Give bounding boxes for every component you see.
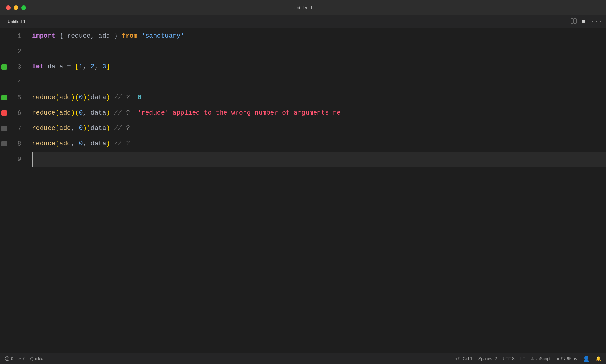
line-number-9: 9 — [8, 152, 21, 167]
string-sanctuary: 'sanctuary' — [141, 28, 184, 44]
more-actions-icon[interactable]: ··· — [590, 18, 603, 25]
indicator-6 — [0, 105, 8, 121]
close-button[interactable] — [6, 5, 11, 10]
line-number-7: 7 — [8, 121, 21, 136]
code-line-7: reduce ( add , 0 ) ( data ) // ? — [32, 121, 606, 136]
indicator-1 — [0, 28, 8, 44]
tab-bar: Untitled-1 ··· — [0, 15, 606, 28]
code-line-2 — [32, 44, 606, 59]
quokka-label: Quokka — [30, 356, 45, 361]
error-circle-icon: ✕ — [5, 356, 9, 361]
editor-container: Untitled-1 ··· — [0, 15, 606, 353]
line-numbers: 1 2 3 4 5 6 7 8 9 — [8, 28, 26, 353]
error-message-6: 'reduce' applied to the wrong number of … — [137, 105, 341, 121]
line-number-6: 6 — [8, 105, 21, 121]
svg-rect-0 — [571, 19, 573, 23]
code-line-6: reduce ( add ) ( 0 , data ) // ? 'reduce… — [32, 105, 606, 121]
warning-count: 0 — [23, 356, 26, 361]
maximize-button[interactable] — [21, 5, 26, 10]
bell-icon[interactable]: 🔔 — [595, 356, 601, 361]
line-number-8: 8 — [8, 136, 21, 152]
window-title: Untitled-1 — [294, 5, 312, 10]
svg-rect-1 — [574, 19, 576, 23]
account-icon[interactable]: 👤 — [583, 355, 589, 362]
code-line-5: reduce ( add ) ( 0 ) ( data ) // ? 6 — [32, 90, 606, 105]
line-number-3: 3 — [8, 59, 21, 75]
quokka-status[interactable]: Quokka — [30, 356, 45, 361]
performance-label: ⨯ 97.95ms — [556, 356, 577, 361]
indicator-7 — [0, 121, 8, 136]
split-editor-icon[interactable] — [571, 18, 577, 25]
line-number-1: 1 — [8, 28, 21, 44]
status-bar: ✕ 0 ⚠ 0 Quokka Ln 9, Col 1 Spaces: 2 UTF… — [0, 353, 606, 364]
line-number-5: 5 — [8, 90, 21, 105]
keyword-from: from — [122, 28, 138, 44]
error-count: 0 — [11, 356, 13, 361]
minimize-button[interactable] — [14, 5, 18, 10]
tab-actions: ··· — [571, 18, 603, 25]
status-right: Ln 9, Col 1 Spaces: 2 UTF-8 LF JavaScrip… — [452, 355, 601, 362]
encoding-setting[interactable]: UTF-8 — [503, 356, 515, 361]
code-line-4 — [32, 75, 606, 90]
indicator-9 — [0, 152, 8, 167]
warning-icon: ⚠ — [18, 356, 22, 361]
cursor-position[interactable]: Ln 9, Col 1 — [452, 356, 473, 361]
svg-point-2 — [582, 20, 585, 23]
line-ending-setting[interactable]: LF — [520, 356, 525, 361]
title-bar: Untitled-1 — [0, 0, 606, 15]
code-line-3: let data = [ 1 , 2 , 3 ] — [32, 59, 606, 75]
indicator-2 — [0, 44, 8, 59]
keyword-let: let — [32, 59, 44, 75]
line-indicators — [0, 28, 8, 353]
unsaved-indicator-icon — [581, 19, 586, 25]
code-line-8: reduce ( add , 0 , data ) // ? — [32, 136, 606, 152]
spaces-setting[interactable]: Spaces: 2 — [478, 356, 497, 361]
line-number-4: 4 — [8, 75, 21, 90]
status-left: ✕ 0 ⚠ 0 Quokka — [5, 356, 45, 361]
traffic-lights — [6, 5, 26, 10]
editor-area: 1 2 3 4 5 6 7 8 9 import { reduce , add … — [0, 28, 606, 353]
result-6: 6 — [137, 90, 141, 105]
code-editor[interactable]: import { reduce , add } from 'sanctuary'… — [26, 28, 606, 353]
code-line-1: import { reduce , add } from 'sanctuary' — [32, 28, 606, 44]
tab-title[interactable]: Untitled-1 — [3, 17, 30, 27]
keyword-import: import — [32, 28, 55, 44]
language-setting[interactable]: JavaScript — [531, 356, 550, 361]
line-number-2: 2 — [8, 44, 21, 59]
warnings-status[interactable]: ⚠ 0 — [18, 356, 26, 361]
indicator-4 — [0, 75, 8, 90]
indicator-8 — [0, 136, 8, 152]
code-line-9 — [32, 152, 606, 167]
indicator-5 — [0, 90, 8, 105]
indicator-3 — [0, 59, 8, 75]
errors-status[interactable]: ✕ 0 — [5, 356, 13, 361]
